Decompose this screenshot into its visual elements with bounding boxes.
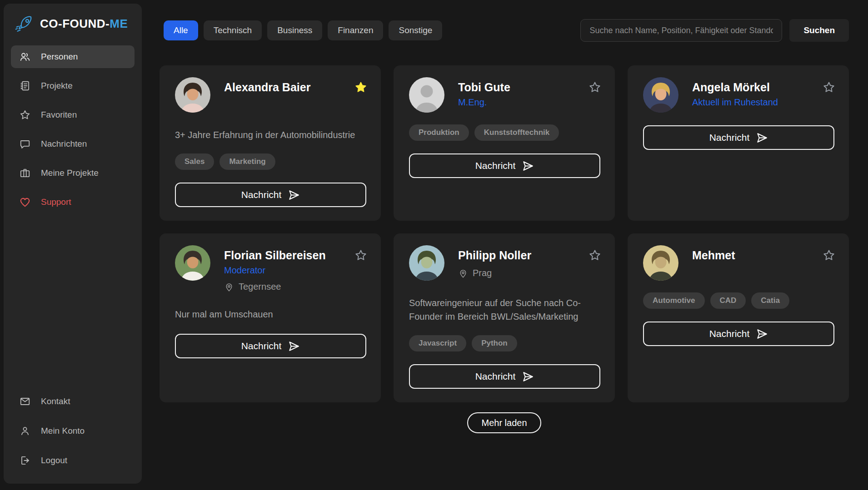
notebook-icon <box>19 80 31 92</box>
message-button-label: Nachricht <box>475 160 516 171</box>
sidebar-item-projekte[interactable]: Projekte <box>11 74 135 97</box>
sidebar-item-nachrichten[interactable]: Nachrichten <box>11 133 135 155</box>
sidebar: CO-FOUND-ME Personen Projekte Favoriten … <box>4 4 142 484</box>
sidebar-item-mein-konto[interactable]: Mein Konto <box>11 420 135 442</box>
tag-pill: Catia <box>751 292 789 309</box>
logout-icon <box>19 455 31 466</box>
sidebar-item-kontakt[interactable]: Kontakt <box>11 390 135 413</box>
avatar <box>409 245 444 281</box>
send-icon <box>288 189 300 201</box>
location-pin-icon <box>458 268 468 278</box>
message-button-label: Nachricht <box>241 189 282 200</box>
tag-pill: Javascript <box>409 335 466 351</box>
favorite-star-icon[interactable] <box>354 80 368 94</box>
person-subtitle: Moderator <box>224 265 326 276</box>
card-header: Tobi Gute M.Eng. <box>409 77 600 113</box>
favorite-star-icon[interactable] <box>588 248 602 262</box>
card-header: Florian Silbereisen Moderator Tegernsee <box>175 245 366 292</box>
favorite-star-icon[interactable] <box>822 80 836 94</box>
person-bio: 3+ Jahre Erfahrung in der Automobilindus… <box>175 128 366 142</box>
filter-tab-technisch[interactable]: Technisch <box>204 20 262 40</box>
filter-tab-finanzen[interactable]: Finanzen <box>328 20 383 40</box>
avatar <box>175 77 210 113</box>
favorite-star-icon[interactable] <box>588 80 602 94</box>
person-card: Angela Mörkel Aktuell im Ruhestand Nachr… <box>628 65 849 221</box>
avatar <box>409 77 444 113</box>
sidebar-footer-nav: Kontakt Mein Konto Logout <box>4 390 142 472</box>
person-card: Alexandra Baier 3+ Jahre Erfahrung in de… <box>160 65 381 221</box>
briefcase-icon <box>19 167 31 179</box>
heart-icon <box>19 196 31 208</box>
card-header: Mehmet <box>643 245 834 281</box>
tag-list: Javascript Python <box>409 335 600 351</box>
search-input[interactable] <box>580 19 782 42</box>
person-bio: Nur mal am Umschauen <box>175 307 366 321</box>
person-card: Florian Silbereisen Moderator Tegernsee … <box>160 233 381 402</box>
send-icon <box>756 132 768 144</box>
load-more-button[interactable]: Mehr laden <box>467 412 541 433</box>
avatar <box>175 245 210 281</box>
brand-logo[interactable]: CO-FOUND-ME <box>4 14 142 45</box>
search-group: Suchen <box>580 19 849 42</box>
location-text: Prag <box>473 268 492 278</box>
message-button[interactable]: Nachricht <box>643 125 834 150</box>
message-button[interactable]: Nachricht <box>175 183 366 207</box>
message-button[interactable]: Nachricht <box>175 334 366 358</box>
message-button[interactable]: Nachricht <box>409 364 600 389</box>
star-icon <box>19 109 31 121</box>
filter-tab-alle[interactable]: Alle <box>164 20 198 40</box>
send-icon <box>522 371 534 383</box>
sidebar-item-logout[interactable]: Logout <box>11 449 135 472</box>
tag-pill: Python <box>472 335 517 351</box>
person-location: Prag <box>458 268 531 278</box>
favorite-star-icon[interactable] <box>822 248 836 262</box>
people-grid: Alexandra Baier 3+ Jahre Erfahrung in de… <box>160 65 849 402</box>
card-header: Alexandra Baier <box>175 77 366 113</box>
person-name: Tobi Gute <box>458 81 510 94</box>
avatar <box>643 77 678 113</box>
message-button[interactable]: Nachricht <box>643 322 834 346</box>
tag-pill: Marketing <box>219 153 275 170</box>
search-button[interactable]: Suchen <box>789 19 849 42</box>
person-subtitle: M.Eng. <box>458 97 510 108</box>
filter-tab-business[interactable]: Business <box>267 20 322 40</box>
person-card: Philipp Noller Prag Softwareingenieur au… <box>394 233 615 402</box>
avatar <box>643 245 678 281</box>
person-location: Tegernsee <box>224 282 326 292</box>
tag-pill: Produktion <box>409 124 469 141</box>
send-icon <box>522 160 534 172</box>
person-name: Alexandra Baier <box>224 81 310 94</box>
message-button-label: Nachricht <box>709 328 750 339</box>
person-name: Angela Mörkel <box>692 81 778 94</box>
message-button-label: Nachricht <box>709 132 750 143</box>
person-card: Mehmet Automotive CAD Catia Nachricht <box>628 233 849 402</box>
chat-icon <box>19 138 31 150</box>
sidebar-item-personen[interactable]: Personen <box>11 45 135 68</box>
rocket-icon <box>15 14 35 34</box>
send-icon <box>756 328 768 340</box>
location-pin-icon <box>224 282 234 292</box>
person-icon <box>19 425 31 437</box>
sidebar-item-favoriten[interactable]: Favoriten <box>11 104 135 126</box>
tag-pill: Automotive <box>643 292 705 309</box>
person-subtitle: Aktuell im Ruhestand <box>692 97 778 108</box>
sidebar-item-support[interactable]: Support <box>11 191 135 213</box>
location-text: Tegernsee <box>239 282 281 292</box>
tag-list: Sales Marketing <box>175 153 366 170</box>
sidebar-item-meine-projekte[interactable]: Meine Projekte <box>11 162 135 184</box>
card-header: Philipp Noller Prag <box>409 245 600 281</box>
brand-name: CO-FOUND-ME <box>40 17 128 31</box>
sidebar-nav: Personen Projekte Favoriten Nachrichten … <box>4 45 142 220</box>
person-name: Florian Silbereisen <box>224 249 326 262</box>
tag-list: Automotive CAD Catia <box>643 292 834 309</box>
envelope-icon <box>19 396 31 407</box>
card-header: Angela Mörkel Aktuell im Ruhestand <box>643 77 834 113</box>
person-card: Tobi Gute M.Eng. Produktion Kunststoffte… <box>394 65 615 221</box>
filter-tab-sonstige[interactable]: Sonstige <box>389 20 442 40</box>
filter-tabs: Alle Technisch Business Finanzen Sonstig… <box>164 20 442 40</box>
send-icon <box>288 340 300 352</box>
message-button-label: Nachricht <box>241 341 282 351</box>
message-button[interactable]: Nachricht <box>409 153 600 178</box>
message-button-label: Nachricht <box>475 371 516 382</box>
favorite-star-icon[interactable] <box>354 248 368 262</box>
